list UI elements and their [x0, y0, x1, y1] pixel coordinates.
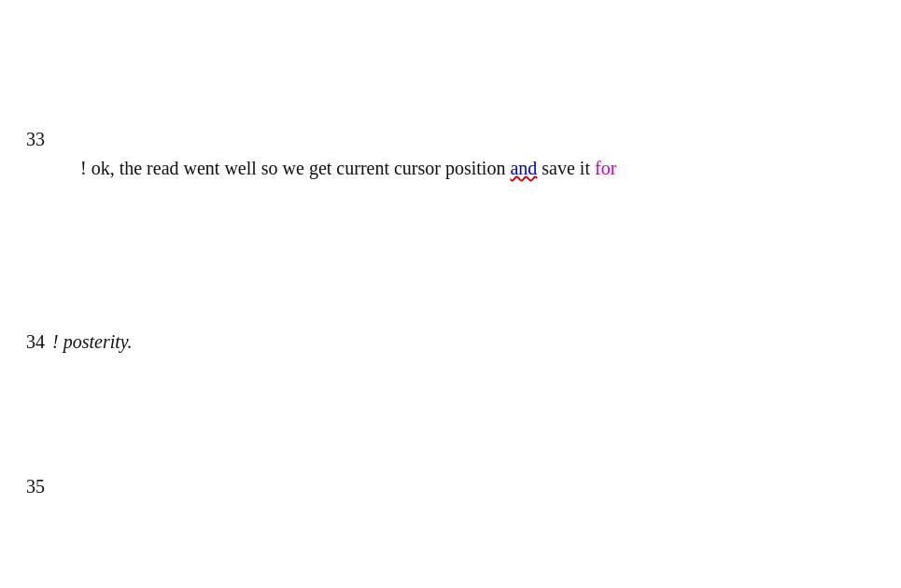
for-33: for: [595, 158, 616, 178]
line-34: 34 ! posterity.: [15, 328, 886, 357]
line-num-33: 33: [15, 125, 45, 154]
line-num-35: 35: [15, 472, 45, 501]
line-num-34: 34: [15, 328, 45, 357]
comment-34: ! posterity.: [52, 328, 133, 357]
and-33: and: [510, 158, 537, 178]
line-33: 33 ! ok, the read went well so we get cu…: [15, 125, 886, 212]
comment-33: ! ok, the read went well so we get curre…: [80, 158, 510, 178]
line-35: 35: [15, 472, 886, 501]
code-block: 33 ! ok, the read went well so we get cu…: [15, 9, 886, 588]
